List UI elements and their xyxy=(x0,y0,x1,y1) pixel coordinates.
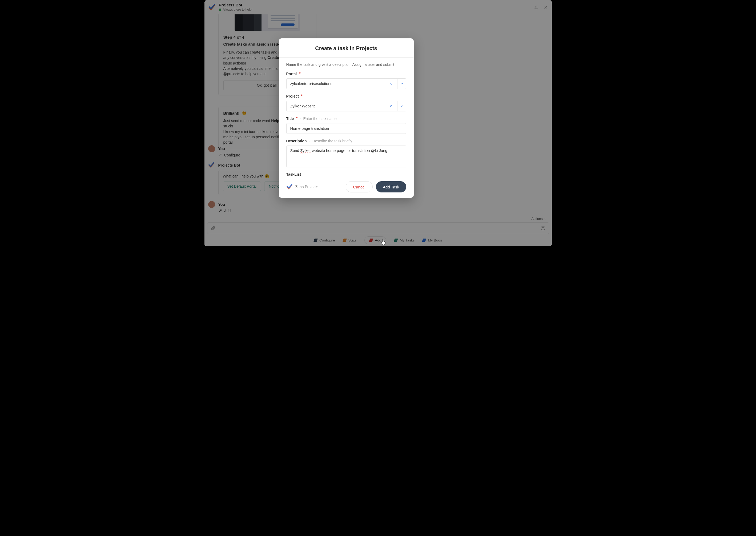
title-hint: Enter the task name xyxy=(303,117,337,121)
field-description: Description - Describe the task briefly … xyxy=(286,139,406,167)
tasklist-label: TaskList xyxy=(286,172,301,177)
zoho-projects-logo-icon xyxy=(286,184,293,190)
project-label: Project xyxy=(286,94,299,98)
portal-label: Portal xyxy=(286,72,297,76)
description-label: Description xyxy=(286,139,307,143)
required-asterisk: * xyxy=(296,116,297,121)
required-asterisk: * xyxy=(301,94,302,99)
modal-footer: Zoho Projects Cancel Add Task xyxy=(279,177,414,198)
field-portal: Portal * xyxy=(286,71,406,89)
title-label: Title xyxy=(286,117,294,121)
description-textarea[interactable]: Send Zylker website home page for transl… xyxy=(286,146,406,167)
app-window: Projects Bot Always there to help! Step … xyxy=(204,0,552,246)
portal-clear-icon[interactable] xyxy=(387,78,395,89)
project-clear-icon[interactable] xyxy=(387,101,395,112)
modal-brand: Zoho Projects xyxy=(286,184,318,190)
cursor-pointer-icon xyxy=(381,239,386,245)
required-asterisk: * xyxy=(299,71,300,76)
modal-intro: Name the task and give it a description.… xyxy=(286,62,406,67)
modal-title: Create a task in Projects xyxy=(279,38,414,57)
field-project: Project * xyxy=(286,94,406,112)
field-title: Title * - Enter the task name xyxy=(286,116,406,134)
description-hint: Describe the task briefly xyxy=(312,139,352,143)
title-input[interactable] xyxy=(286,123,406,134)
create-task-modal: Create a task in Projects Name the task … xyxy=(279,38,414,198)
cancel-button[interactable]: Cancel xyxy=(346,181,373,192)
project-chevron-down-icon[interactable] xyxy=(397,101,406,112)
add-task-button[interactable]: Add Task xyxy=(376,181,406,192)
field-tasklist: TaskList xyxy=(286,172,406,177)
portal-chevron-down-icon[interactable] xyxy=(397,78,406,89)
